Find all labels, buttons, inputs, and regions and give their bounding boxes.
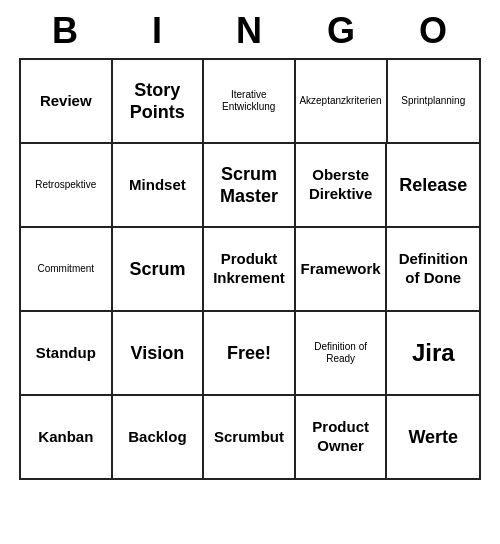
cell-text: Story Points [117,79,199,124]
title-letter: G [298,10,386,52]
cell-text: Standup [36,344,96,363]
bingo-cell: Produkt Inkrement [204,228,296,310]
cell-text: Product Owner [300,418,382,456]
bingo-row: StandupVisionFree!Definition of ReadyJir… [21,312,479,396]
title-letter: I [114,10,202,52]
bingo-cell: Definition of Done [387,228,479,310]
bingo-cell: Mindset [113,144,205,226]
cell-text: Scrum [129,258,185,281]
cell-text: Definition of Done [391,250,475,288]
bingo-cell: Retrospektive [21,144,113,226]
bingo-cell: Sprintplanning [388,60,479,142]
title-letter: B [22,10,110,52]
cell-text: Release [399,174,467,197]
bingo-cell: Scrum [113,228,205,310]
cell-text: Jira [412,338,455,368]
cell-text: Free! [227,342,271,365]
title-letter: O [390,10,478,52]
bingo-cell: Oberste Direktive [296,144,388,226]
bingo-cell: Backlog [113,396,205,478]
cell-text: Backlog [128,428,186,447]
bingo-row: ReviewStory PointsIterative EntwicklungA… [21,60,479,144]
cell-text: Commitment [37,263,94,276]
bingo-cell: Jira [387,312,479,394]
bingo-row: RetrospektiveMindsetScrum MasterOberste … [21,144,479,228]
bingo-grid: ReviewStory PointsIterative EntwicklungA… [19,58,481,480]
cell-text: Iterative Entwicklung [208,89,290,114]
bingo-cell: Vision [113,312,205,394]
cell-text: Kanban [38,428,93,447]
bingo-cell: Standup [21,312,113,394]
bingo-cell: Free! [204,312,296,394]
bingo-cell: Framework [296,228,388,310]
cell-text: Werte [408,426,458,449]
cell-text: Scrum Master [208,163,290,208]
cell-text: Mindset [129,176,186,195]
bingo-cell: Scrumbut [204,396,296,478]
cell-text: Scrumbut [214,428,284,447]
cell-text: Definition of Ready [300,341,382,366]
cell-text: Review [40,92,92,111]
cell-text: Produkt Inkrement [208,250,290,288]
bingo-title: BINGO [20,0,480,58]
bingo-cell: Definition of Ready [296,312,388,394]
bingo-cell: Scrum Master [204,144,296,226]
bingo-cell: Kanban [21,396,113,478]
cell-text: Retrospektive [35,179,96,192]
cell-text: Framework [301,260,381,279]
bingo-cell: Story Points [113,60,205,142]
bingo-row: CommitmentScrumProdukt InkrementFramewor… [21,228,479,312]
cell-text: Oberste Direktive [300,166,382,204]
cell-text: Vision [131,342,185,365]
bingo-cell: Commitment [21,228,113,310]
bingo-cell: Werte [387,396,479,478]
cell-text: Akzeptanzkriterien [299,95,381,108]
cell-text: Sprintplanning [401,95,465,108]
bingo-cell: Release [387,144,479,226]
bingo-cell: Akzeptanzkriterien [296,60,388,142]
bingo-cell: Product Owner [296,396,388,478]
bingo-row: KanbanBacklogScrumbutProduct OwnerWerte [21,396,479,478]
title-letter: N [206,10,294,52]
bingo-cell: Iterative Entwicklung [204,60,296,142]
bingo-cell: Review [21,60,113,142]
